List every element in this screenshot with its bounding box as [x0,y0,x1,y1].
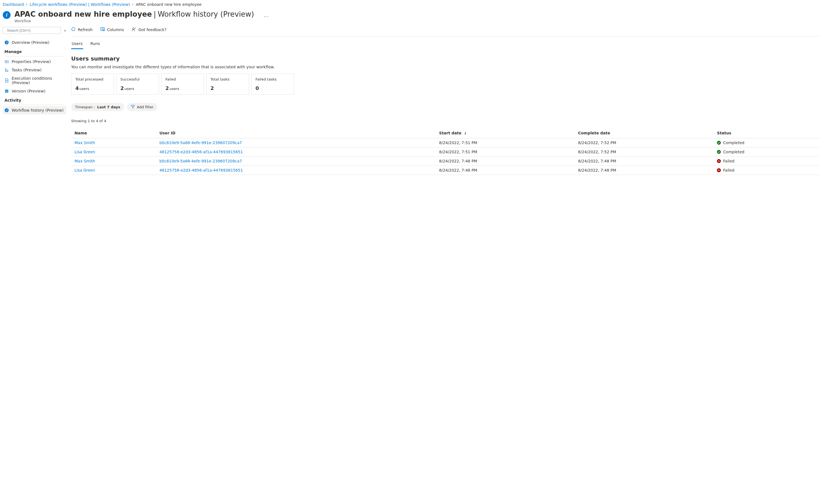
card-label: Failed tasks [256,77,290,81]
card-unit: users [169,87,179,91]
pagination-summary: Showing 1 to 4 of 4 [71,119,819,123]
svg-point-21 [132,28,134,29]
card-unit: users [124,87,134,91]
cell-status: Completed [714,138,819,147]
search-input-wrap[interactable] [3,27,61,34]
version-icon [4,89,9,93]
sort-desc-icon: ↓ [464,131,467,135]
document-icon [4,78,9,83]
sidebar-item-workflow-history[interactable]: i Workflow history (Preview) [3,106,66,114]
columns-icon [100,27,105,32]
add-filter-button[interactable]: Add filter [127,103,157,111]
sidebar-item-tasks[interactable]: Tasks (Preview) [3,66,66,74]
search-input[interactable] [6,28,59,33]
feedback-button[interactable]: Got feedback? [132,27,166,32]
x-circle-icon [717,159,721,163]
cell-complete-date: 8/24/2022, 7:52 PM [574,138,714,147]
columns-button[interactable]: Columns [100,27,124,32]
card-failed: Failed 2users [161,74,204,95]
card-total-processed: Total processed 4users [71,74,114,95]
cell-start-date: 8/24/2022, 7:51 PM [436,147,575,157]
filter-timespan-value: Last 7 days [97,105,120,109]
cell-complete-date: 8/24/2022, 7:48 PM [574,166,714,175]
sidebar-item-properties[interactable]: Properties (Preview) [3,57,66,66]
card-label: Total tasks [211,77,245,81]
col-userid[interactable]: User ID [156,128,436,138]
breadcrumb-item[interactable]: Dashboard [3,2,24,7]
col-status[interactable]: Status [714,128,819,138]
refresh-icon [71,27,76,32]
more-icon[interactable]: ⋯ [264,14,269,19]
refresh-button[interactable]: Refresh [71,27,92,32]
chevron-right-icon: › [132,2,134,6]
cell-complete-date: 8/24/2022, 7:52 PM [574,147,714,157]
cell-status: Completed [714,147,819,157]
toolbar-label: Got feedback? [138,27,166,32]
divider [4,56,64,56]
sidebar-item-overview[interactable]: i Overview (Preview) [3,38,66,47]
tab-runs[interactable]: Runs [90,40,100,47]
tasks-icon [4,68,9,72]
cell-start-date: 8/24/2022, 7:51 PM [436,138,575,147]
page-title: APAC onboard new hire employee | Workflo… [14,10,254,18]
x-circle-icon [717,168,721,172]
info-icon: i [4,108,9,112]
table-row: Lisa Green48125758-e2d3-4856-af1a-447693… [71,166,819,175]
cell-userid[interactable]: 48125758-e2d3-4856-af1a-447693815651 [156,166,436,175]
cell-userid[interactable]: b0c810e9-5a68-4efe-991e-239607209ca7 [156,138,436,147]
card-value: 2 [165,85,169,91]
card-value: 0 [256,85,259,91]
info-icon: i [4,40,9,45]
sidebar-item-label: Workflow history (Preview) [12,108,64,112]
card-failed-tasks: Failed tasks 0 [251,74,294,95]
card-successful: Successful 2users [116,74,159,95]
breadcrumb: Dashboard › Lifecycle workflows (Preview… [3,2,819,8]
sidebar-item-version[interactable]: Version (Preview) [3,87,66,95]
sidebar-item-execution[interactable]: Execution conditions (Preview) [3,74,66,87]
filter-icon [131,105,135,109]
check-circle-icon [717,141,721,145]
page-title-sep: | [153,10,156,18]
divider [4,105,64,105]
cell-name[interactable]: Max Smith [71,138,156,147]
add-filter-label: Add filter [137,105,154,109]
toolbar-label: Refresh [78,27,92,32]
cell-status: Failed [714,157,819,166]
cell-name[interactable]: Lisa Green [71,147,156,157]
main-content: Refresh Columns Got feedback? Users [71,27,819,175]
card-label: Total processed [75,77,110,81]
properties-icon [4,59,9,64]
section-title: Users summary [71,55,819,62]
sidebar-item-label: Properties (Preview) [12,59,51,64]
cell-name[interactable]: Lisa Green [71,166,156,175]
cell-name[interactable]: Max Smith [71,157,156,166]
breadcrumb-item[interactable]: Lifecycle workflows (Preview) | Workflow… [30,2,130,7]
cell-userid[interactable]: b0c810e9-5a68-4efe-991e-239607209ca7 [156,157,436,166]
info-icon: i [3,11,11,19]
card-total-tasks: Total tasks 2 [206,74,249,95]
cell-userid[interactable]: 48125758-e2d3-4856-af1a-447693815651 [156,147,436,157]
tab-users[interactable]: Users [71,40,83,47]
nav-group-activity: Activity [3,95,66,104]
chevron-right-icon: › [26,2,27,6]
collapse-sidebar-icon[interactable]: « [64,28,66,33]
table-row: Max Smithb0c810e9-5a68-4efe-991e-2396072… [71,157,819,166]
svg-marker-22 [131,105,134,108]
filter-timespan[interactable]: Timespan : Last 7 days [71,103,124,111]
card-value: 2 [120,85,124,91]
filter-bar: Timespan : Last 7 days Add filter [71,103,819,111]
page-caption: Workflow [14,19,254,23]
sidebar-item-label: Overview (Preview) [12,40,49,45]
col-name[interactable]: Name [71,128,156,138]
filter-timespan-label: Timespan : [75,105,95,109]
page-title-main: APAC onboard new hire employee [14,10,152,18]
toolbar-label: Columns [107,27,124,32]
feedback-icon [132,27,136,32]
table-row: Max Smithb0c810e9-5a68-4efe-991e-2396072… [71,138,819,147]
svg-rect-12 [5,91,8,92]
divider [71,36,819,36]
col-start-date[interactable]: Start date ↓ [436,128,575,138]
summary-cards: Total processed 4users Successful 2users… [71,74,819,95]
col-complete-date[interactable]: Complete date [574,128,714,138]
status-label: Failed [723,159,735,163]
